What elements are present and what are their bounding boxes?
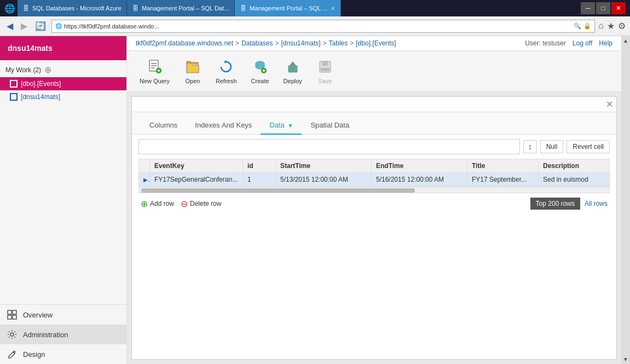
- expand-icon[interactable]: ⊕: [44, 65, 51, 75]
- open-icon: [184, 58, 201, 76]
- null-button[interactable]: Null: [540, 140, 564, 153]
- add-row-button[interactable]: ⊕ Add row: [141, 199, 174, 209]
- minimize-button[interactable]: ─: [581, 2, 595, 14]
- panel-header: ✕: [132, 97, 616, 112]
- delete-row-button[interactable]: ⊖ Delete row: [181, 199, 221, 209]
- cell-description[interactable]: Sed in euismod: [539, 173, 610, 187]
- svg-marker-18: [290, 61, 296, 66]
- tab-spatial[interactable]: Spatial Data: [302, 117, 358, 135]
- delete-row-label: Delete row: [190, 200, 221, 207]
- right-scrollbar[interactable]: ▲ ▼: [621, 36, 630, 364]
- breadcrumb-table[interactable]: [dbo].[Events]: [356, 39, 396, 47]
- deploy-icon: [284, 58, 302, 76]
- table-row[interactable]: ▶ FY17SepGeneralConferan... 1 5/13/2015 …: [139, 173, 610, 187]
- breadcrumb-sep-3: >: [323, 39, 327, 47]
- new-query-button[interactable]: New Query: [134, 55, 176, 87]
- tab-label: Management Portal – SQL ...: [250, 5, 327, 11]
- close-button[interactable]: ✕: [611, 2, 626, 14]
- sort-icon: ↕: [528, 142, 532, 151]
- col-endtime: EndTime: [372, 159, 467, 173]
- sidebar-nav-overview[interactable]: Overview: [0, 305, 126, 325]
- tab-management-portal-2[interactable]: 🗄 Management Portal – SQL ... ✕: [235, 0, 341, 16]
- breadcrumb-databases[interactable]: Databases: [241, 39, 273, 47]
- tab-management-portal-1[interactable]: 🗄 Management Portal – SQL Dat...: [127, 0, 235, 16]
- address-field[interactable]: 🌐 https://tkf0df2pmf.database.windo... 🔍…: [51, 20, 595, 33]
- logoff-link[interactable]: Log off: [573, 39, 592, 47]
- search-icon: 🔍: [574, 22, 581, 30]
- create-label: Create: [251, 78, 269, 84]
- back-button[interactable]: ◀: [4, 20, 15, 32]
- svg-rect-1: [13, 310, 16, 314]
- sidebar-item-dnsu14mats[interactable]: [dnsu14mats]: [0, 90, 126, 103]
- cell-id[interactable]: 1: [243, 173, 276, 187]
- scroll-down-arrow[interactable]: ▼: [621, 355, 630, 364]
- settings-icon[interactable]: ⚙: [618, 21, 626, 31]
- breadcrumb-tables[interactable]: Tables: [329, 39, 348, 47]
- breadcrumb-server[interactable]: tkf0df2pmf.database.windows.net: [136, 39, 233, 47]
- cell-starttime[interactable]: 5/13/2015 12:00:00 AM: [276, 173, 372, 187]
- tabs-bar: Columns Indexes And Keys Data ▼ Spatial …: [132, 112, 616, 135]
- tab-close-icon[interactable]: ✕: [331, 5, 335, 11]
- browser-tabs: 🗄 SQL Databases - Microsoft Azure 🗄 Mana…: [18, 0, 581, 16]
- save-label: Save: [318, 78, 332, 84]
- refresh-button[interactable]: Refresh: [210, 55, 243, 87]
- breadcrumb-nav: tkf0df2pmf.database.windows.net > Databa…: [136, 39, 396, 47]
- home-icon[interactable]: ⌂: [598, 21, 604, 31]
- favorites-icon[interactable]: ★: [607, 21, 615, 31]
- deploy-button[interactable]: Deploy: [278, 55, 308, 87]
- save-button[interactable]: Save: [310, 55, 340, 87]
- tab-columns[interactable]: Columns: [141, 117, 186, 135]
- filter-input[interactable]: [138, 139, 520, 154]
- sidebar-nav-design[interactable]: Design: [0, 344, 126, 364]
- cell-endtime[interactable]: 5/16/2015 12:00:00 AM: [372, 173, 467, 187]
- tab-indexes-label: Indexes And Keys: [195, 121, 252, 129]
- browser-toolbar-icons: ⌂ ★ ⚙: [598, 21, 626, 31]
- table-header-row: EventKey id StartTime EndTime Title Desc…: [139, 159, 610, 173]
- sidebar-header: dnsu14mats: [0, 36, 126, 60]
- top200-label: Top 200 rows: [536, 200, 575, 207]
- sort-filter-button[interactable]: ↕: [523, 140, 537, 153]
- data-table: EventKey id StartTime EndTime Title Desc…: [138, 159, 610, 187]
- create-button[interactable]: Create: [245, 55, 275, 87]
- cell-eventkey[interactable]: FY17SepGeneralConferan...: [150, 173, 243, 187]
- revert-label: Revert cell: [573, 143, 604, 151]
- col-id: id: [243, 159, 276, 173]
- delete-row-icon: ⊖: [181, 199, 188, 209]
- svg-point-4: [10, 333, 14, 336]
- sidebar-bottom-nav: Overview Administration: [0, 304, 126, 364]
- panel-close-button[interactable]: ✕: [606, 99, 613, 109]
- tab-data[interactable]: Data ▼: [261, 117, 302, 135]
- sidebar-nav-administration[interactable]: Administration: [0, 325, 126, 344]
- tab-sql-databases[interactable]: 🗄 SQL Databases - Microsoft Azure: [18, 0, 127, 16]
- open-label: Open: [186, 78, 200, 84]
- breadcrumb-db[interactable]: [dnsu14mats]: [281, 39, 321, 47]
- sidebar-item-label: [dbo].[Events]: [21, 80, 61, 88]
- sidebar-item-events[interactable]: [dbo].[Events]: [0, 77, 126, 90]
- toolbar: New Query Open Refresh: [127, 51, 621, 92]
- scroll-up-arrow[interactable]: ▲: [621, 36, 630, 45]
- revert-cell-button[interactable]: Revert cell: [567, 140, 610, 153]
- main-wrapper: dnsu14mats My Work (2) ⊕ [dbo].[Events] …: [0, 36, 630, 364]
- site-favicon: 🌐: [55, 23, 62, 29]
- save-icon: [316, 58, 334, 76]
- col-description: Description: [539, 159, 610, 173]
- table-area: ↕ Null Revert cell Ev: [132, 135, 616, 359]
- all-rows-link[interactable]: All rows: [585, 200, 608, 207]
- forward-button[interactable]: ▶: [19, 20, 30, 32]
- cell-title[interactable]: FY17 September...: [467, 173, 539, 187]
- tab-indexes[interactable]: Indexes And Keys: [186, 117, 261, 135]
- horizontal-scrollbar[interactable]: [138, 187, 610, 193]
- maximize-button[interactable]: □: [596, 2, 610, 14]
- breadcrumb-right: User: testuser Log off Help: [525, 39, 612, 47]
- reload-button[interactable]: 🔄: [33, 20, 48, 32]
- top200-button[interactable]: Top 200 rows: [530, 198, 580, 210]
- address-bar: ◀ ▶ 🔄 🌐 https://tkf0df2pmf.database.wind…: [0, 16, 630, 36]
- sidebar-item-label: [dnsu14mats]: [21, 93, 60, 101]
- svg-rect-2: [8, 315, 11, 319]
- main-panel: ✕ Columns Indexes And Keys Data ▼ Spatia…: [131, 96, 617, 360]
- help-link[interactable]: Help: [599, 39, 612, 47]
- breadcrumb-sep-4: >: [350, 39, 354, 47]
- tab-icon: 🗄: [23, 5, 29, 11]
- open-button[interactable]: Open: [178, 55, 207, 87]
- col-arrow: [139, 159, 150, 173]
